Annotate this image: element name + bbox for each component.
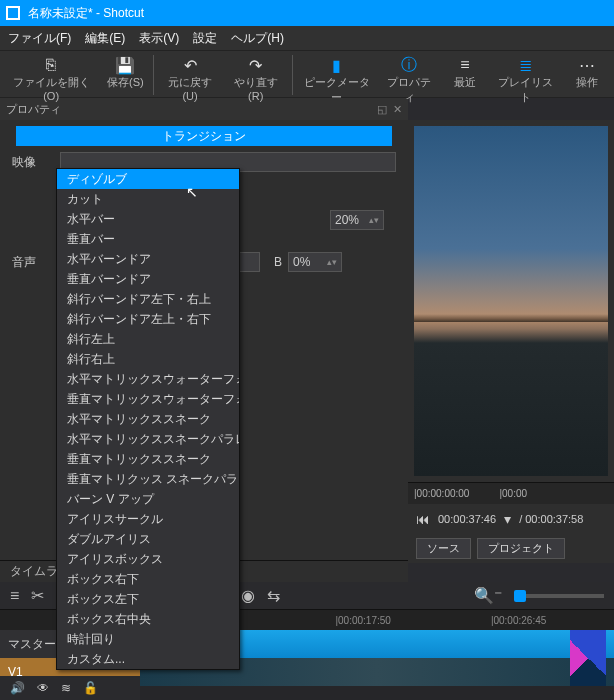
b-label: B <box>274 255 282 269</box>
toolbar-recent[interactable]: ≡最近 <box>440 55 490 90</box>
dropdown-item[interactable]: 水平マトリックスウォーターフォ <box>57 369 239 389</box>
menu-file[interactable]: ファイル(F) <box>8 30 71 47</box>
cut-icon[interactable]: ✂ <box>31 586 44 605</box>
visibility-icon[interactable]: 👁 <box>37 681 49 695</box>
toolbar-redo[interactable]: ↷やり直す(R) <box>223 55 289 102</box>
dropdown-item[interactable]: ボックス右中央 <box>57 609 239 629</box>
ripple-icon[interactable]: ⇆ <box>267 586 280 605</box>
menu-bar: ファイル(F) 編集(E) 表示(V) 設定 ヘルプ(H) <box>0 26 614 50</box>
mouse-cursor-icon: ↖ <box>186 184 198 200</box>
dropdown-item[interactable]: 水平マトリックススネーク <box>57 409 239 429</box>
transition-heading: トランジション <box>16 126 392 146</box>
video-transition-dropdown[interactable]: ディゾルブカット水平バー垂直バー水平バーンドア垂直バーンドア斜行バーンドア左下・… <box>56 168 240 670</box>
dropdown-item[interactable]: 斜行バーンドア左下・右上 <box>57 289 239 309</box>
transport-bar: ⏮ 00:00:37:46 ▾ / 00:00:37:58 <box>408 504 614 534</box>
toolbar-save[interactable]: 💾保存(S) <box>100 55 150 90</box>
scrub-icon[interactable]: ◉ <box>241 586 255 605</box>
redo-icon: ↷ <box>249 55 262 75</box>
audio-label: 音声 <box>12 254 60 271</box>
panel-undock-icon[interactable]: ◱ <box>377 103 387 116</box>
source-tab[interactable]: ソース <box>416 538 471 559</box>
window-titlebar: 名称未設定* - Shotcut <box>0 0 614 26</box>
peakmeter-icon: ▮ <box>332 55 341 75</box>
window-title: 名称未設定* - Shotcut <box>28 5 144 22</box>
video-preview[interactable] <box>414 126 608 476</box>
preview-image <box>414 126 608 476</box>
toolbar-playlist[interactable]: ≣プレイリスト <box>490 55 562 105</box>
skip-start-icon[interactable]: ⏮ <box>416 511 430 527</box>
dropdown-item[interactable]: 斜行左上 <box>57 329 239 349</box>
dropdown-item[interactable]: 水平マトリックススネークパラレ <box>57 429 239 449</box>
separator <box>292 55 293 95</box>
lock-icon[interactable]: 🔓 <box>83 681 98 695</box>
info-icon: ⓘ <box>401 55 417 75</box>
dropdown-item[interactable]: 斜行バーンドア左上・右下 <box>57 309 239 329</box>
toolbar-properties[interactable]: ⓘプロパティ <box>378 55 439 105</box>
softness-spin[interactable]: 20%▴▾ <box>330 210 384 230</box>
toolbar-undo[interactable]: ↶元に戻す(U) <box>157 55 223 102</box>
dropdown-item[interactable]: 水平バー <box>57 209 239 229</box>
spin-arrows-icon[interactable]: ▴▾ <box>327 258 337 266</box>
dropdown-item[interactable]: ダブルアイリス <box>57 529 239 549</box>
menu-settings[interactable]: 設定 <box>193 30 217 47</box>
b-spin[interactable]: 0%▴▾ <box>288 252 342 272</box>
panel-close-icon[interactable]: ✕ <box>393 103 402 116</box>
playlist-icon: ≣ <box>519 55 532 75</box>
undo-icon: ↶ <box>184 55 197 75</box>
dropdown-item[interactable]: ボックス右下 <box>57 569 239 589</box>
timeline-menu-icon[interactable]: ≡ <box>10 587 19 605</box>
dropdown-item[interactable]: 斜行右上 <box>57 349 239 369</box>
volume-icon[interactable]: 🔊 <box>10 681 25 695</box>
recent-icon: ≡ <box>460 55 469 75</box>
duration-display: / 00:00:37:58 <box>519 513 583 525</box>
dropdown-item[interactable]: 垂直バー <box>57 229 239 249</box>
dropdown-item[interactable]: バーン V アップ <box>57 489 239 509</box>
dropdown-item[interactable]: ボックス左下 <box>57 589 239 609</box>
track-controls: 🔊 👁 ≋ 🔓 <box>0 676 140 700</box>
folder-open-icon: ⎘ <box>46 55 56 75</box>
main-toolbar: ⎘ファイルを開く(O) 💾保存(S) ↶元に戻す(U) ↷やり直す(R) ▮ピー… <box>0 50 614 98</box>
dropdown-item[interactable]: 垂直マトリクッス スネークパラレ <box>57 469 239 489</box>
dropdown-item[interactable]: 垂直マトリックスウォーターフォ <box>57 389 239 409</box>
toolbar-extra[interactable]: ⋯操作 <box>562 55 612 90</box>
chevron-down-icon[interactable]: ▾ <box>504 511 511 527</box>
dropdown-item[interactable]: 時計回り <box>57 629 239 649</box>
app-logo-icon <box>6 6 20 20</box>
dropdown-item[interactable]: アイリスボックス <box>57 549 239 569</box>
properties-panel-title: プロパティ <box>6 102 61 117</box>
layers-icon[interactable]: ≋ <box>61 681 71 695</box>
toolbar-peakmeter[interactable]: ▮ピークメーター <box>296 55 379 105</box>
timecode-display[interactable]: 00:00:37:46 <box>438 513 496 525</box>
preview-panel: |00:00:00:00 |00:00 ⏮ 00:00:37:46 ▾ / 00… <box>408 120 614 563</box>
save-icon: 💾 <box>115 55 135 75</box>
menu-help[interactable]: ヘルプ(H) <box>231 30 284 47</box>
toolbar-open[interactable]: ⎘ファイルを開く(O) <box>2 55 100 102</box>
dropdown-item[interactable]: ディゾルブ <box>57 169 239 189</box>
menu-edit[interactable]: 編集(E) <box>85 30 125 47</box>
spin-arrows-icon[interactable]: ▴▾ <box>369 216 379 224</box>
preview-mode-tabs: ソース プロジェクト <box>408 534 614 563</box>
dropdown-item[interactable]: カスタム... <box>57 649 239 669</box>
dropdown-item[interactable]: カット <box>57 189 239 209</box>
dropdown-item[interactable]: 水平バーンドア <box>57 249 239 269</box>
dropdown-item[interactable]: 垂直マトリックススネーク <box>57 449 239 469</box>
more-icon: ⋯ <box>579 55 595 75</box>
separator <box>153 55 154 95</box>
video-label: 映像 <box>12 154 60 171</box>
preview-ruler[interactable]: |00:00:00:00 |00:00 <box>408 482 614 504</box>
dropdown-item[interactable]: アイリスサークル <box>57 509 239 529</box>
menu-view[interactable]: 表示(V) <box>139 30 179 47</box>
transition-clip[interactable] <box>570 630 606 686</box>
project-tab[interactable]: プロジェクト <box>477 538 565 559</box>
zoom-out-icon[interactable]: 🔍⁻ <box>474 586 502 605</box>
zoom-slider[interactable] <box>514 594 604 598</box>
dropdown-item[interactable]: 垂直バーンドア <box>57 269 239 289</box>
